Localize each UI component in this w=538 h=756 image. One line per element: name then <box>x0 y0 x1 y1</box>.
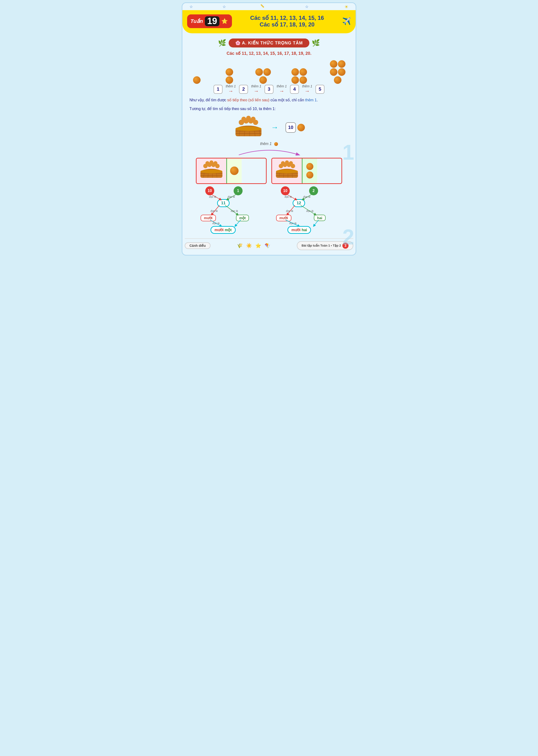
frames-row: 10 1 11 mười một mười một <box>187 158 351 233</box>
footer-right-text: Bài tập tuần Toán 1 • Tập 2 <box>301 244 341 247</box>
ball-2a <box>226 68 233 76</box>
ball-3c <box>259 76 267 84</box>
ball-5c <box>330 68 338 76</box>
number-list-text: Các số 11, 12, 13, 14, 15, 16, 17, 18, 1… <box>183 51 355 56</box>
left-nodes: 10 1 11 mười một mười một <box>196 186 267 233</box>
num-box-5: 5 <box>315 85 324 94</box>
svg-point-6 <box>246 116 251 120</box>
footer-icons: 🌾 ☀️ ⭐ 🪁 <box>237 243 270 248</box>
svg-point-24 <box>213 161 217 165</box>
right-node-2: 2 <box>309 186 318 195</box>
basket-num-box: 10 <box>286 122 296 133</box>
ruler-dec: 📏 <box>260 4 264 8</box>
right-docla-2: đọc là <box>303 195 310 198</box>
arrow-right-2: → <box>254 88 259 94</box>
ball-arc <box>274 142 278 146</box>
header-title: Các số 11, 12, 13, 14, 15, 16 Các số 17,… <box>232 15 342 28</box>
arrow-right-3: → <box>279 88 284 94</box>
counting-section: 1 thêm 1 → 2 thêm 1 → 3 thêm 1 → 4 thêm … <box>183 60 355 94</box>
them-label-3: thêm 1 <box>277 84 287 88</box>
them-arc-label: thêm 1 <box>187 142 351 146</box>
side-num-1: 1 <box>343 142 354 163</box>
svg-point-5 <box>242 117 246 121</box>
highlight-them: thêm 1 <box>305 98 317 102</box>
svg-point-33 <box>200 169 222 173</box>
sun-dec: ☀ <box>344 4 349 10</box>
ball-4d <box>299 76 307 84</box>
tuan-number: 19 <box>205 16 219 26</box>
basket-row: → 10 <box>183 116 355 139</box>
section-a-label: A. KIẾN THỨC TRỌNG TÂM <box>242 41 303 45</box>
plane-dec: ✈️ <box>342 17 351 25</box>
right-docla-3: đọc là <box>286 210 293 213</box>
flower-icon: 🌸 <box>235 41 241 45</box>
svg-point-22 <box>205 161 210 165</box>
them-label-4: thêm 1 <box>302 84 312 88</box>
num-box-1: 1 <box>214 85 223 94</box>
header: Tuần 19 ⭐ Các số 11, 12, 13, 14, 15, 16 … <box>183 10 355 33</box>
desc1: Như vậy, để tìm được số tiếp theo (số li… <box>189 97 349 103</box>
svg-point-46 <box>289 161 293 165</box>
title-line1: Các số 11, 12, 13, 14, 15, 16 <box>232 15 342 21</box>
ball-5e <box>334 76 342 84</box>
left-basket-area <box>196 158 226 183</box>
ball-5a <box>330 60 338 68</box>
ball-4c <box>292 76 299 84</box>
svg-point-45 <box>285 160 289 164</box>
star-footer: ⭐ <box>255 243 261 248</box>
ball-3b <box>263 68 271 76</box>
right-nodes: 10 2 12 mười hai mười hai <box>271 186 342 233</box>
left-side-ball <box>230 166 239 175</box>
grass-icon: 🌾 <box>237 243 243 248</box>
footer-left: Cánh diều <box>185 242 210 249</box>
left-node-10: 10 <box>205 186 214 195</box>
highlight-so: số tiếp theo (số liền sau) <box>227 98 269 102</box>
leaf-left: 🌿 <box>218 39 226 47</box>
right-docla-1: đọc là <box>285 195 292 198</box>
left-docla-3: đọc là <box>210 210 218 213</box>
side-num-2: 2 <box>343 226 354 248</box>
right-node-10: 10 <box>281 186 290 195</box>
ball-1 <box>193 76 200 84</box>
svg-point-23 <box>210 160 214 164</box>
right-basket-area <box>272 158 302 183</box>
star-dec-1: ☆ <box>189 5 193 9</box>
tuan-badge: Tuần 19 ⭐ <box>187 14 232 28</box>
them-label-2: thêm 1 <box>251 84 261 88</box>
right-node-muoi: mười <box>276 215 292 221</box>
right-frame: 10 2 12 mười hai mười hai <box>271 158 342 233</box>
left-node-muoi: mười <box>200 215 216 221</box>
left-node-mot: một <box>236 215 249 221</box>
right-docla-5: đọc là <box>289 222 296 225</box>
section-a: 🌿 🌸 A. KIẾN THỨC TRỌNG TÂM 🌿 <box>183 38 355 47</box>
footer: Cánh diều 🌾 ☀️ ⭐ 🪁 Bài tập tuần Toán 1 •… <box>185 238 353 250</box>
star-dec-2: ☆ <box>223 5 226 9</box>
left-node-11: 11 <box>217 199 230 207</box>
section-a-badge: 🌸 A. KIẾN THỨC TRỌNG TÂM <box>229 38 309 47</box>
ball-5b <box>338 60 346 68</box>
lower-diagram: thêm 1 <box>187 142 351 233</box>
arc-svg <box>187 147 351 157</box>
left-docla-1: đọc là <box>209 195 216 198</box>
arrow-teal-icon: → <box>271 123 278 132</box>
right-docla-4: đọc là <box>306 210 313 213</box>
right-side-ball2 <box>306 171 313 178</box>
right-basket-svg <box>274 160 300 180</box>
sun-icon: ☀️ <box>246 243 252 248</box>
extra-ball <box>297 124 305 131</box>
left-docla-4: đọc là <box>231 210 238 213</box>
star-dec-4: ☆ <box>305 5 308 9</box>
num-box-4: 4 <box>290 85 299 94</box>
them-arc-text: thêm 1 <box>260 142 272 146</box>
star-yellow: ⭐ <box>221 18 228 24</box>
left-frame: 10 1 11 mười một mười một <box>196 158 267 233</box>
page: ☆ ☆ 📏 ☆ ☀ Tuần 19 ⭐ Các số 11, 12, 13, 1… <box>182 2 356 256</box>
right-side-area <box>302 158 317 183</box>
svg-point-7 <box>251 117 255 121</box>
desc2: Tương tự, để tìm số tiếp theo sau số 10,… <box>189 106 349 112</box>
left-basket-svg <box>198 160 224 180</box>
arrow-right-1: → <box>228 88 233 94</box>
right-node-muoihai: mười hai <box>288 226 311 234</box>
left-side-area <box>226 158 242 183</box>
left-node-1: 1 <box>234 186 242 195</box>
